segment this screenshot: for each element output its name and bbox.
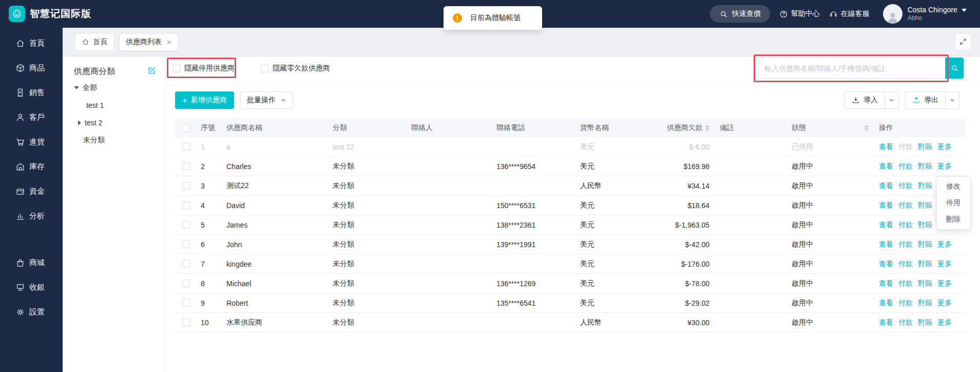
action-view[interactable]: 查看 [879,318,893,327]
action-view[interactable]: 查看 [879,201,893,210]
sidebar-item-settings[interactable]: 設置 [0,300,63,324]
action-pay[interactable]: 付款 [898,181,913,191]
category-label: test 1 [86,101,104,109]
action-reconcile[interactable]: 對賬 [918,240,932,249]
row-checkbox[interactable] [182,221,190,229]
sidebar-item-goods[interactable]: 商品 [0,55,63,80]
sidebar-item-sales[interactable]: 銷售 [0,80,63,105]
action-pay[interactable]: 付款 [898,162,913,171]
add-supplier-button[interactable]: + 新增供應商 [175,91,234,109]
fullscreen-button[interactable] [955,33,971,50]
action-view[interactable]: 查看 [879,142,893,152]
header-debt[interactable]: 供應商欠款 [665,123,715,133]
batch-actions-button[interactable]: 批量操作 [240,91,293,109]
row-checkbox[interactable] [182,299,190,307]
action-pay[interactable]: 付款 [898,240,913,249]
menu-item-disable[interactable]: 停用 [937,195,970,211]
action-more[interactable]: 更多 [937,259,952,269]
action-more[interactable]: 更多 [937,318,952,327]
action-pay[interactable]: 付款 [898,259,913,269]
row-checkbox[interactable] [182,280,190,287]
sidebar-item-analysis[interactable]: 分析 [0,203,63,228]
select-all-checkbox[interactable] [182,124,190,132]
action-pay[interactable]: 付款 [898,220,913,230]
hide-disabled-checkbox-group[interactable]: 隱藏停用供應商 [172,63,235,73]
row-checkbox[interactable] [182,260,190,268]
cell-supplier-name: David [221,201,328,210]
plus-icon: + [182,96,187,105]
import-button[interactable]: 導入 [845,92,885,108]
search-input[interactable] [758,58,945,79]
action-view[interactable]: 查看 [879,181,893,191]
action-pay[interactable]: 付款 [898,299,913,308]
import-dropdown-toggle[interactable] [885,92,898,108]
sidebar-item-inventory[interactable]: 庫存 [0,154,63,179]
checkbox[interactable] [261,65,268,72]
action-more[interactable]: 更多 [937,240,952,249]
help-center-button[interactable]: 幫助中心 [779,9,820,18]
checkbox[interactable] [172,65,180,72]
action-pay[interactable]: 付款 [898,201,913,210]
header-status[interactable]: 狀態 [786,123,874,133]
sidebar-item-home[interactable]: 首頁 [0,31,63,55]
edit-icon[interactable] [147,66,157,76]
action-pay[interactable]: 付款 [898,318,913,327]
category-item-all[interactable]: 全部 [74,79,165,97]
sort-icon[interactable] [864,125,869,131]
user-name: Costa Chingore [908,6,957,15]
action-view[interactable]: 查看 [879,220,893,230]
export-button[interactable]: 導出 [906,92,946,108]
action-view[interactable]: 查看 [879,279,893,288]
sidebar: 首頁 商品 銷售 客戶 進貨 庫存 資金 分析 [0,28,63,372]
action-pay[interactable]: 付款 [898,142,913,152]
row-checkbox[interactable] [182,162,190,170]
menu-item-delete[interactable]: 刪除 [937,211,970,228]
user-menu[interactable]: Costa Chingore Abho [883,4,967,24]
close-icon[interactable]: × [167,38,171,46]
row-checkbox[interactable] [182,143,190,151]
category-item-uncategorized[interactable]: 未分類 [74,132,165,149]
row-checkbox[interactable] [182,240,190,248]
quick-price-button[interactable]: 快速查價 [710,5,770,23]
trial-account-text: 目前為體驗帳號 [470,13,521,23]
row-checkbox[interactable] [182,201,190,209]
caret-right-icon[interactable] [78,120,81,125]
search-button[interactable] [945,58,964,79]
action-reconcile[interactable]: 對賬 [918,181,932,191]
action-reconcile[interactable]: 對賬 [918,220,932,230]
action-view[interactable]: 查看 [879,162,893,171]
action-more[interactable]: 更多 [937,279,952,288]
menu-item-edit[interactable]: 修改 [937,178,970,195]
action-reconcile[interactable]: 對賬 [918,162,932,171]
action-reconcile[interactable]: 對賬 [918,318,932,327]
action-view[interactable]: 查看 [879,240,893,249]
category-item-test1[interactable]: test 1 [74,97,165,114]
category-item-test2[interactable]: test 2 [74,114,165,132]
action-more[interactable]: 更多 [937,142,952,152]
action-reconcile[interactable]: 對賬 [918,299,932,308]
action-pay[interactable]: 付款 [898,279,913,288]
tab-home[interactable]: 首頁 [75,33,114,51]
action-more[interactable]: 更多 [937,162,952,171]
hide-zero-debt-checkbox-group[interactable]: 隱藏零欠款供應商 [261,63,330,73]
action-view[interactable]: 查看 [879,299,893,308]
action-reconcile[interactable]: 對賬 [918,259,932,269]
sidebar-item-customers[interactable]: 客戶 [0,105,63,129]
sidebar-item-mall[interactable]: 商城 [0,250,63,275]
sort-icon[interactable] [705,125,709,131]
action-reconcile[interactable]: 對賬 [918,142,932,152]
sidebar-item-purchase[interactable]: 進貨 [0,129,63,154]
sidebar-item-funds[interactable]: 資金 [0,179,63,203]
sidebar-item-label: 商品 [29,63,45,73]
online-service-button[interactable]: 在線客服 [829,9,870,18]
sidebar-item-cashier[interactable]: 收銀 [0,275,63,300]
row-checkbox[interactable] [182,319,190,326]
action-reconcile[interactable]: 對賬 [918,279,932,288]
action-more[interactable]: 更多 [937,299,952,308]
export-dropdown-toggle[interactable] [946,92,959,108]
tab-supplier-list[interactable]: 供應商列表 × [119,33,178,51]
action-reconcile[interactable]: 對賬 [918,201,932,210]
caret-down-icon[interactable] [74,86,79,89]
action-view[interactable]: 查看 [879,259,893,269]
row-checkbox[interactable] [182,182,190,190]
